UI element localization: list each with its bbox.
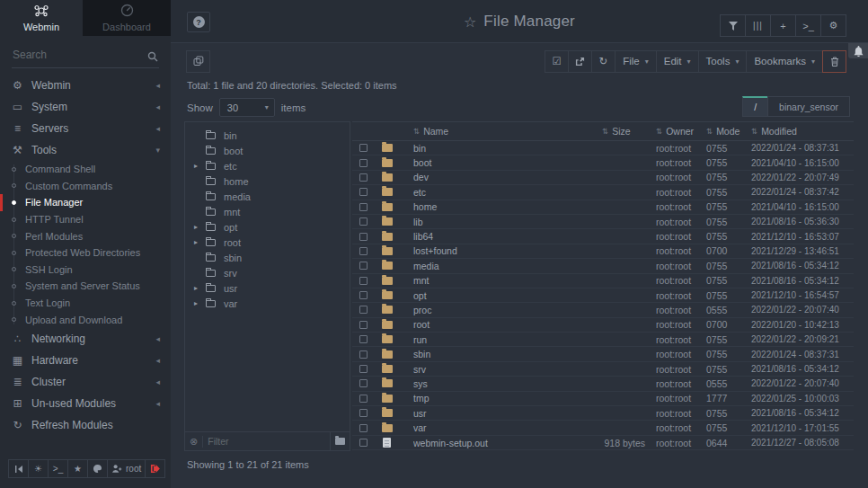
cell-name[interactable]: media xyxy=(413,261,602,271)
tree-expand-icon[interactable]: ▸ xyxy=(194,299,206,307)
sidebar-item-servers[interactable]: ≡ Servers ◂ xyxy=(0,118,171,139)
table-row[interactable]: mnt root:root 0755 2021/08/16 - 05:34:12 xyxy=(352,274,854,288)
cell-name[interactable]: dev xyxy=(413,172,602,182)
tab-dashboard[interactable]: Dashboard xyxy=(83,0,171,36)
sidebar-item-protected-web-directories[interactable]: Protected Web Directories xyxy=(0,244,171,262)
tree-item-etc[interactable]: ▸ etc xyxy=(185,158,350,173)
row-checkbox[interactable] xyxy=(359,439,368,447)
row-checkbox[interactable] xyxy=(359,409,368,417)
table-row[interactable]: var root:root 0755 2021/12/10 - 17:01:55 xyxy=(352,421,854,435)
sidebar-item-perl-modules[interactable]: Perl Modules xyxy=(0,227,171,244)
row-checkbox[interactable] xyxy=(359,321,368,329)
tree-expand-icon[interactable]: ▸ xyxy=(194,223,206,231)
page-size-select[interactable]: 30 ▾ xyxy=(219,98,275,117)
sidebar-item-file-manager[interactable]: File Manager xyxy=(0,194,171,211)
table-row[interactable]: dev root:root 0755 2022/01/22 - 20:07:49 xyxy=(352,171,854,185)
table-row[interactable]: proc root:root 0555 2022/01/22 - 20:07:4… xyxy=(352,303,854,317)
sidebar-item-hardware[interactable]: ▦ Hardware ◂ xyxy=(0,350,171,371)
row-checkbox[interactable] xyxy=(359,203,368,211)
select-all-button[interactable]: ☑ xyxy=(545,50,569,73)
sidebar-item-system[interactable]: ▭ System ◂ xyxy=(0,96,171,118)
table-row[interactable]: lib64 root:root 0755 2021/12/10 - 16:53:… xyxy=(352,229,854,244)
user-button[interactable]: root xyxy=(107,459,146,478)
tree-item-media[interactable]: media xyxy=(185,189,350,204)
cell-name[interactable]: home xyxy=(413,201,602,212)
row-checkbox[interactable] xyxy=(359,277,368,285)
tree-item-bin[interactable]: bin xyxy=(185,128,350,143)
tree-item-usr[interactable]: ▸ usr xyxy=(185,280,350,296)
settings-button[interactable]: ⚙ xyxy=(820,14,846,37)
tree-item-home[interactable]: home xyxy=(185,173,350,189)
table-row[interactable]: lost+found root:root 0700 2021/12/29 - 1… xyxy=(352,244,854,259)
clear-filter-icon[interactable]: ⊗ xyxy=(190,436,198,448)
cell-name[interactable]: opt xyxy=(413,290,602,301)
row-checkbox[interactable] xyxy=(359,233,368,241)
cell-name[interactable]: lost+found xyxy=(413,245,602,256)
sidebar-item-networking[interactable]: ∴ Networking ◂ xyxy=(0,328,171,350)
sidebar-item-tools[interactable]: ⚒ Tools ▾ xyxy=(0,139,171,161)
cell-name[interactable]: var xyxy=(413,422,602,433)
columns-button[interactable]: ||| xyxy=(745,14,771,37)
row-checkbox[interactable] xyxy=(359,262,368,270)
cell-name[interactable]: srv xyxy=(413,364,602,375)
table-row[interactable]: boot root:root 0755 2021/04/10 - 16:15:0… xyxy=(352,155,854,170)
cell-name[interactable]: mnt xyxy=(413,275,602,286)
sidebar-item-cluster[interactable]: ≣ Cluster ◂ xyxy=(0,371,171,393)
column-header-owner[interactable]: ⇅Owner xyxy=(656,126,706,137)
tree-item-opt[interactable]: ▸ opt xyxy=(185,219,350,235)
favorites-button[interactable]: ★ xyxy=(67,459,88,478)
sidebar-item-system-and-server-status[interactable]: System and Server Status xyxy=(0,278,171,295)
sidebar-item-custom-commands[interactable]: Custom Commands xyxy=(0,178,171,195)
cell-name[interactable]: proc xyxy=(413,305,602,315)
menu-bookmarks[interactable]: Bookmarks ▾ xyxy=(746,50,823,73)
table-row[interactable]: root root:root 0700 2022/01/20 - 10:42:1… xyxy=(352,318,854,333)
row-checkbox[interactable] xyxy=(359,291,368,299)
tree-folder-button[interactable] xyxy=(330,432,350,450)
search-input[interactable] xyxy=(12,43,159,67)
tree-item-boot[interactable]: boot xyxy=(185,143,350,158)
column-header-modified[interactable]: ⇅Modified xyxy=(751,126,854,137)
theme-toggle-button[interactable]: ☀ xyxy=(28,459,49,478)
collapse-sidebar-button[interactable] xyxy=(8,459,29,478)
table-row[interactable]: home root:root 0755 2021/04/10 - 16:15:0… xyxy=(352,200,854,215)
path-tab-root[interactable]: / xyxy=(742,96,768,117)
tree-expand-icon[interactable]: ▸ xyxy=(194,238,206,246)
sidebar-item-command-shell[interactable]: Command Shell xyxy=(0,161,171,178)
table-row[interactable]: opt root:root 0755 2021/12/10 - 16:54:57 xyxy=(352,288,854,303)
cell-name[interactable]: webmin-setup.out xyxy=(413,438,602,448)
row-checkbox[interactable] xyxy=(359,188,368,196)
row-checkbox[interactable] xyxy=(359,306,368,314)
table-row[interactable]: etc root:root 0755 2022/01/24 - 08:37:42 xyxy=(352,185,854,200)
table-row[interactable]: run root:root 0755 2022/01/22 - 20:09:21 xyxy=(352,333,854,347)
terminal-button[interactable]: >_ xyxy=(48,459,68,478)
copy-path-button[interactable] xyxy=(186,50,210,73)
tree-item-var[interactable]: ▸ var xyxy=(185,296,350,311)
sidebar-item-upload-and-download[interactable]: Upload and Download xyxy=(0,311,171,328)
sidebar-item-ssh-login[interactable]: SSH Login xyxy=(0,262,171,279)
row-checkbox[interactable] xyxy=(359,159,368,167)
table-row[interactable]: srv root:root 0755 2021/08/16 - 05:34:12 xyxy=(352,362,854,377)
trash-button[interactable] xyxy=(822,50,846,73)
table-row[interactable]: tmp root:root 1777 2022/01/25 - 10:00:03 xyxy=(352,392,854,406)
row-checkbox[interactable] xyxy=(359,144,368,152)
cell-name[interactable]: sbin xyxy=(413,349,602,359)
logout-button[interactable] xyxy=(145,459,165,478)
row-checkbox[interactable] xyxy=(359,217,368,226)
row-checkbox[interactable] xyxy=(359,424,368,432)
column-header-size[interactable]: ⇅Size xyxy=(602,126,656,137)
row-checkbox[interactable] xyxy=(359,379,368,387)
cell-name[interactable]: tmp xyxy=(413,393,602,404)
table-row[interactable]: usr root:root 0755 2021/08/16 - 05:34:12 xyxy=(352,406,854,421)
sidebar-item-un-used-modules[interactable]: ⊞ Un-used Modules ◂ xyxy=(0,393,171,414)
cell-name[interactable]: run xyxy=(413,334,602,345)
sidebar-item-http-tunnel[interactable]: HTTP Tunnel xyxy=(0,211,171,228)
menu-tools[interactable]: Tools ▾ xyxy=(698,50,748,73)
row-checkbox[interactable] xyxy=(359,247,368,255)
tree-filter-input[interactable] xyxy=(203,436,330,447)
row-checkbox[interactable] xyxy=(359,350,368,359)
menu-file[interactable]: File ▾ xyxy=(615,50,657,73)
column-header-name[interactable]: ⇅Name xyxy=(413,126,602,137)
tree-expand-icon[interactable]: ▸ xyxy=(194,162,206,170)
sidebar-item-text-login[interactable]: Text Login xyxy=(0,295,171,312)
tree-item-srv[interactable]: srv xyxy=(185,265,350,280)
